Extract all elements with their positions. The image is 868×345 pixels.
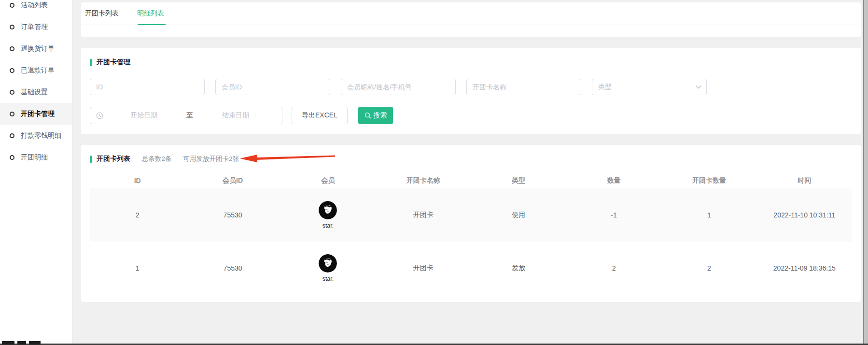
sidebar-item-groupcard-management[interactable]: 开团卡管理	[0, 103, 72, 125]
tab-groupcard-list[interactable]: 开团卡列表	[85, 9, 119, 18]
date-range-separator: 至	[184, 111, 195, 120]
cell-time: 2022-11-10 10:31:11	[757, 188, 852, 242]
table-title: 开团卡列表	[97, 155, 130, 163]
cell-card-count: 2	[661, 242, 756, 295]
date-range-picker[interactable]: 开始日期 至 结束日期	[90, 107, 282, 124]
cell-type: 使用	[471, 188, 566, 242]
sidebar-item-label: 已退款订单	[21, 66, 55, 75]
app-root: 活动列表 订单管理 退换货订单 已退款订单 基础设置 开团卡管理	[0, 0, 868, 345]
type-select-placeholder: 类型	[598, 83, 612, 91]
sidebar-item-label: 打款零钱明细	[21, 131, 61, 140]
sidebar-menu: 活动列表 订单管理 退换货订单 已退款订单 基础设置 开团卡管理	[0, 0, 72, 168]
search-button-label: 搜索	[374, 111, 387, 120]
sidebar-item-activity-list[interactable]: 活动列表	[0, 0, 72, 16]
scrollbar-track[interactable]	[863, 0, 868, 345]
sidebar-item-label: 基础设置	[21, 88, 48, 97]
member-name: star.	[322, 222, 334, 229]
circle-bullet-icon	[10, 112, 14, 116]
member-avatar	[319, 201, 337, 219]
circle-bullet-icon	[10, 46, 14, 51]
column-header-quantity: 数量	[566, 173, 661, 188]
column-header-member-id: 会员ID	[185, 173, 280, 188]
clipped-text-fragment	[2, 341, 14, 345]
sidebar-item-group-detail[interactable]: 开团明细	[0, 146, 72, 168]
circle-bullet-icon	[10, 3, 14, 8]
cell-id: 2	[90, 188, 185, 242]
sidebar-item-label: 退换货订单	[21, 44, 55, 53]
column-header-id: ID	[90, 173, 185, 188]
search-icon	[364, 112, 371, 119]
circle-bullet-icon	[10, 90, 14, 95]
clipped-text-fragment	[17, 341, 26, 345]
active-tab-underline	[138, 24, 166, 25]
tabs-card: 开团卡列表 明细列表	[81, 2, 861, 37]
clipped-text-fragment	[29, 341, 41, 345]
card-name-input[interactable]	[466, 79, 581, 95]
cell-quantity: 2	[566, 242, 661, 295]
tab-bar: 开团卡列表 明细列表	[81, 2, 861, 25]
filter-title: 开团卡管理	[97, 58, 130, 67]
groupcard-table: ID 会员ID 会员 开团卡名称 类型 数量 开团卡数量 时间 2 75530	[90, 173, 852, 295]
cell-card-count: 1	[661, 188, 756, 242]
member-name: star.	[322, 275, 334, 282]
column-header-type: 类型	[471, 173, 566, 188]
sidebar: 活动列表 订单管理 退换货订单 已退款订单 基础设置 开团卡管理	[0, 0, 72, 344]
sidebar-item-payout-detail[interactable]: 打款零钱明细	[0, 125, 72, 146]
filter-actions-row: 开始日期 至 结束日期 导出EXCEL 搜索	[90, 107, 393, 124]
clock-icon	[96, 112, 103, 119]
circle-bullet-icon	[10, 68, 14, 73]
table-row[interactable]: 2 75530 star.	[90, 188, 852, 242]
main-content: 开团卡列表 明细列表 开团卡管理 类型	[72, 0, 868, 345]
member-id-input[interactable]	[215, 79, 330, 95]
circle-bullet-icon	[10, 25, 14, 29]
column-header-card-name: 开团卡名称	[376, 173, 471, 188]
sidebar-item-label: 开团明细	[21, 153, 48, 162]
id-input[interactable]	[90, 79, 205, 95]
cell-member-id: 75530	[185, 242, 280, 295]
sidebar-item-return-orders[interactable]: 退换货订单	[0, 38, 72, 59]
export-excel-button[interactable]: 导出EXCEL	[292, 107, 348, 124]
section-accent-bar	[90, 59, 92, 66]
circle-bullet-icon	[10, 155, 14, 160]
cell-card-name: 开团卡	[376, 188, 471, 242]
sidebar-item-refunded-orders[interactable]: 已退款订单	[0, 59, 72, 81]
sidebar-item-order-management[interactable]: 订单管理	[0, 16, 72, 38]
cell-member: star.	[280, 242, 376, 295]
circle-bullet-icon	[10, 133, 14, 138]
column-header-time: 时间	[757, 173, 852, 188]
total-count-text: 总条数2条	[142, 155, 172, 163]
cell-time: 2022-11-09 18:36:15	[757, 242, 852, 295]
filter-card: 开团卡管理 类型	[81, 48, 861, 134]
cell-id: 1	[90, 242, 185, 295]
table-row[interactable]: 1 75530 star.	[90, 242, 852, 295]
start-date-placeholder: 开始日期	[103, 111, 184, 120]
chevron-down-icon	[696, 85, 701, 89]
end-date-placeholder: 结束日期	[195, 111, 276, 120]
sidebar-item-label: 开团卡管理	[21, 110, 55, 118]
sidebar-item-label: 活动列表	[21, 1, 48, 10]
column-header-card-count: 开团卡数量	[661, 173, 756, 188]
filter-section-header: 开团卡管理	[81, 48, 861, 67]
type-select[interactable]: 类型	[592, 79, 707, 95]
table-section-header: 开团卡列表 总条数2条 可用发放开团卡2张	[81, 145, 861, 163]
sidebar-item-label: 订单管理	[21, 23, 48, 31]
section-accent-bar	[90, 156, 92, 163]
filter-inputs-row: 类型	[90, 79, 707, 95]
available-count-text: 可用发放开团卡2张	[183, 155, 239, 163]
cell-member: star.	[280, 188, 376, 242]
column-header-member: 会员	[280, 173, 376, 188]
member-nickname-input[interactable]	[341, 79, 456, 95]
table-card: 开团卡列表 总条数2条 可用发放开团卡2张 ID 会员ID 会员	[81, 145, 861, 302]
table-header-row: ID 会员ID 会员 开团卡名称 类型 数量 开团卡数量 时间	[90, 173, 852, 188]
sidebar-item-basic-settings[interactable]: 基础设置	[0, 81, 72, 103]
cell-card-name: 开团卡	[376, 242, 471, 295]
member-avatar	[319, 254, 337, 273]
search-button[interactable]: 搜索	[358, 107, 393, 124]
cell-type: 发放	[471, 242, 566, 295]
cell-member-id: 75530	[185, 188, 280, 242]
tab-detail-list[interactable]: 明细列表	[137, 9, 164, 18]
cell-quantity: -1	[566, 188, 661, 242]
red-arrow-annotation-icon	[240, 154, 336, 162]
